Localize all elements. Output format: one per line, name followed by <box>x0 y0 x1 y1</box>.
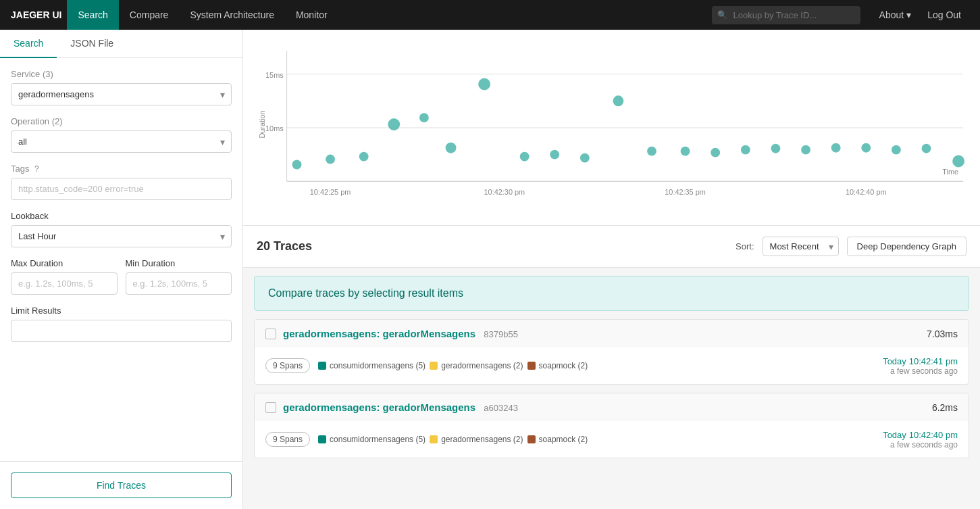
dot <box>831 143 841 153</box>
dot <box>446 143 457 153</box>
x-label-3: 10:42:35 pm <box>665 188 706 196</box>
nav-search[interactable]: Search <box>67 0 118 30</box>
trace-search-input[interactable] <box>712 6 860 24</box>
trace-title: geradormensagens: geradorMensagens a6032… <box>283 402 925 413</box>
trace-id: a603243 <box>484 403 518 413</box>
service-field: Service (3) geradormensagens <box>11 69 232 105</box>
tags-label: Tags ? <box>11 164 232 174</box>
max-duration-label: Max Duration <box>11 258 118 268</box>
dot <box>952 155 964 168</box>
span-bars: consumidormensagens (5) geradormensagens… <box>318 361 875 370</box>
limit-input[interactable]: 20 <box>11 320 232 342</box>
service-select[interactable]: geradormensagens <box>11 83 232 105</box>
span-label-3: soapmock (2) <box>539 361 588 370</box>
span-color-2 <box>430 435 438 443</box>
tags-input[interactable] <box>11 178 232 200</box>
sort-label: Sort: <box>736 241 754 251</box>
y-tick-15ms: 15ms <box>265 71 284 79</box>
trace-title: geradormensagens: geradorMensagens 8379b… <box>283 328 920 339</box>
trace-search-wrap <box>712 6 860 24</box>
dot <box>292 160 302 170</box>
trace-date-time: Today 10:42:40 pm <box>883 429 958 440</box>
dot <box>801 145 810 155</box>
span-color-3 <box>527 362 536 370</box>
trace-header[interactable]: geradormensagens: geradorMensagens a6032… <box>255 393 969 421</box>
tags-field: Tags ? <box>11 164 232 200</box>
min-duration-field: Min Duration <box>126 258 232 295</box>
dot <box>861 143 871 153</box>
trace-duration: 6.2ms <box>932 402 958 413</box>
span-label-1: consumidormensagens (5) <box>330 361 425 370</box>
duration-row: Max Duration Min Duration <box>11 258 232 306</box>
dot <box>681 147 690 156</box>
span-bars: consumidormensagens (5) geradormensagens… <box>318 435 875 444</box>
service-select-wrap: geradormensagens <box>11 83 232 105</box>
trace-header[interactable]: geradormensagens: geradorMensagens 8379b… <box>255 320 969 347</box>
span-color-1 <box>318 362 326 370</box>
dot <box>580 153 590 163</box>
nav-architecture[interactable]: System Architecture <box>179 0 285 30</box>
trace-date: Today <box>883 430 906 440</box>
deep-dependency-graph-button[interactable]: Deep Dependency Graph <box>847 237 966 256</box>
tab-search[interactable]: Search <box>0 30 57 58</box>
results-count: 20 Traces <box>257 239 312 253</box>
x-label-4: 10:42:40 pm <box>846 188 887 196</box>
main-layout: Search JSON File Service (3) geradormens… <box>0 30 980 509</box>
dot <box>892 145 901 155</box>
trace-checkbox[interactable] <box>265 329 276 339</box>
trace-id: 8379b55 <box>484 329 518 339</box>
lookback-select[interactable]: Last Hour <box>11 225 232 247</box>
trace-item: geradormensagens: geradorMensagens 8379b… <box>254 319 969 385</box>
trace-checkbox[interactable] <box>265 402 276 413</box>
trace-meta: Today 10:42:41 pm a few seconds ago <box>883 356 958 376</box>
dot <box>388 118 400 130</box>
span-bar-item: geradormensagens (2) <box>430 435 523 444</box>
span-bar-item: consumidormensagens (5) <box>318 435 425 444</box>
dot <box>647 147 656 156</box>
tab-json-file[interactable]: JSON File <box>57 30 127 58</box>
dot <box>520 152 530 162</box>
chevron-down-icon: ▾ <box>906 9 911 20</box>
nav-monitor[interactable]: Monitor <box>285 0 338 30</box>
scatter-chart: Duration 15ms 10ms <box>243 30 980 226</box>
navbar: JAEGER UI Search Compare System Architec… <box>0 0 980 30</box>
dot <box>326 155 335 164</box>
trace-time: 10:42:40 pm <box>909 430 958 440</box>
x-label-2: 10:42:30 pm <box>484 188 525 196</box>
trace-ago: a few seconds ago <box>883 366 958 376</box>
max-duration-input[interactable] <box>11 272 118 295</box>
dot <box>613 95 623 106</box>
brand-logo: JAEGER UI <box>11 9 61 20</box>
dot <box>359 152 369 162</box>
about-menu[interactable]: About ▾ <box>871 9 920 20</box>
lookback-select-wrap: Last Hour <box>11 225 232 247</box>
find-traces-button[interactable]: Find Traces <box>11 472 232 498</box>
max-duration-field: Max Duration <box>11 258 118 295</box>
span-label-3: soapmock (2) <box>539 435 588 444</box>
limit-field: Limit Results 20 <box>11 306 232 342</box>
operation-select[interactable]: all <box>11 130 232 153</box>
nav-compare[interactable]: Compare <box>119 0 180 30</box>
span-bar-item: geradormensagens (2) <box>430 361 523 370</box>
logout-button[interactable]: Log Out <box>919 9 969 20</box>
span-bar-item: soapmock (2) <box>527 361 588 370</box>
service-label: Service (3) <box>11 69 232 79</box>
dot <box>419 113 429 122</box>
min-duration-label: Min Duration <box>126 258 232 268</box>
dot <box>550 150 559 160</box>
dot <box>478 78 490 91</box>
find-btn-wrap: Find Traces <box>0 461 242 509</box>
trace-item: geradormensagens: geradorMensagens a6032… <box>254 393 969 458</box>
trace-time: 10:42:41 pm <box>909 356 958 366</box>
operation-select-wrap: all <box>11 130 232 153</box>
trace-list: geradormensagens: geradorMensagens 8379b… <box>243 319 980 477</box>
min-duration-input[interactable] <box>126 272 232 295</box>
sort-select[interactable]: Most Recent <box>763 237 839 256</box>
trace-date-time: Today 10:42:41 pm <box>883 356 958 366</box>
trace-date: Today <box>883 356 906 366</box>
sidebar-tabs: Search JSON File <box>0 30 242 58</box>
lookback-label: Lookback <box>11 211 232 221</box>
operation-field: Operation (2) all <box>11 116 232 153</box>
trace-body: 9 Spans consumidormensagens (5) geradorm… <box>255 347 969 384</box>
results-header: 20 Traces Sort: Most Recent Deep Depende… <box>243 226 980 268</box>
